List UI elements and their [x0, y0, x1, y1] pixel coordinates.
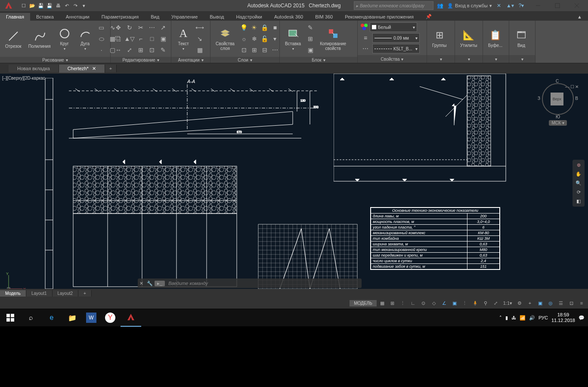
orbit-icon[interactable]: ⟳ — [577, 189, 581, 195]
sign-in[interactable]: 👤Вход в службы▾ — [447, 3, 492, 9]
copy-tool[interactable]: ⿻ — [113, 34, 124, 44]
layer-lock-icon[interactable]: 🔒 — [260, 22, 270, 33]
ribbon-tab-6[interactable]: Вывод — [204, 13, 230, 21]
rotate-tool[interactable]: ↻ — [124, 22, 135, 33]
otrack-icon[interactable]: ∠ — [439, 298, 449, 308]
gear-icon[interactable]: ⚙ — [515, 298, 524, 308]
linetype-dropdown[interactable]: K5LT_B...▾ — [372, 44, 420, 53]
qat-save[interactable]: 💾 — [37, 2, 45, 9]
scale-tool[interactable]: ⤢ — [124, 45, 135, 55]
customize-icon[interactable]: ≡ — [577, 298, 586, 308]
layout-tab-2[interactable]: Layout2 — [53, 290, 79, 297]
app-store-icon[interactable]: ▲▾ — [506, 1, 514, 10]
stretch-tool[interactable]: ↔ — [113, 45, 124, 55]
ribbon-tab-8[interactable]: Autodesk 360 — [268, 13, 309, 21]
showdir-icon[interactable]: ◧ — [576, 198, 581, 204]
new-tab-button[interactable]: + — [105, 65, 117, 72]
ribbon-tab-0[interactable]: Главная — [0, 13, 30, 21]
help-icon[interactable]: ?▾ — [517, 1, 526, 10]
scale-label[interactable]: 1:1▾ — [501, 298, 514, 308]
mirror-tool[interactable]: ▲▽ — [124, 34, 135, 44]
help-search[interactable]: ▸Введите ключевое слово/фразу — [354, 1, 433, 10]
ribbon-tab-5[interactable]: Управление — [165, 13, 204, 21]
edge-icon[interactable]: e — [41, 309, 62, 326]
fullnav-icon[interactable]: ⊚ — [577, 162, 581, 168]
ribbon-tab-1[interactable]: Вставка — [30, 13, 60, 21]
osnap-icon[interactable]: ◇ — [429, 298, 439, 308]
layer-bulb-icon[interactable]: 💡 — [239, 22, 249, 33]
layout-tab-0[interactable]: Модель — [0, 290, 26, 297]
ribbon-minimize-icon[interactable]: ▲ — [571, 13, 588, 21]
drawing-viewport[interactable]: [–][Сверху][2D-каркас А-А 130 200 670 — [0, 74, 588, 297]
cmd-close-icon[interactable]: ✕ — [138, 281, 145, 286]
yandex-icon[interactable]: Y — [100, 309, 121, 326]
arc-tool[interactable]: Дуга▾ — [76, 27, 95, 51]
insert-block[interactable]: Вставка▾ — [282, 27, 303, 51]
ribbon-tab-10[interactable]: Рекомендованные приложения — [339, 13, 420, 21]
layer-freeze-icon[interactable]: ☀ — [249, 22, 260, 33]
tray-clock[interactable]: 18:5911.12.2018 — [551, 312, 575, 323]
qat-redo[interactable]: ↷ — [71, 2, 79, 9]
autocad-taskbar-icon[interactable] — [121, 309, 141, 327]
qat-new[interactable]: ☐ — [20, 2, 28, 9]
close-tab-icon[interactable]: ✕ — [92, 66, 96, 71]
qat-saveas[interactable]: 💾 — [46, 2, 53, 9]
qat-undo[interactable]: ↶ — [63, 2, 71, 9]
layer-properties[interactable]: Свойства слоя — [213, 27, 237, 51]
view-button[interactable]: 🗔Вид — [512, 28, 531, 48]
move-tool[interactable]: ✥ — [113, 22, 124, 33]
text-tool[interactable]: АТекст▾ — [174, 27, 193, 51]
dyn-icon[interactable]: 🧍 — [470, 298, 480, 308]
fillet-tool[interactable]: ⌐ — [136, 34, 146, 44]
tray-wifi-icon[interactable]: 📶 — [520, 315, 526, 321]
minimize-button[interactable] — [528, 0, 548, 11]
layout-tab-1[interactable]: Layout1 — [26, 290, 53, 297]
viewport-label[interactable]: [–][Сверху][2D-каркас — [2, 76, 45, 80]
lineweight-dropdown[interactable]: 0.09 мм▾ — [372, 33, 420, 43]
tray-network-icon[interactable]: 🖧 — [511, 315, 516, 320]
ribbon-tab-3[interactable]: Параметризация — [96, 13, 145, 21]
match-properties[interactable]: Копирование свойств — [317, 27, 349, 51]
ribbon-tab-9[interactable]: BIM 360 — [309, 13, 339, 21]
cmd-wrench-icon[interactable]: 🔧 — [145, 281, 155, 286]
wcs-label[interactable]: МСК ▾ — [549, 120, 566, 126]
dim-tool[interactable]: ⟷ — [195, 22, 205, 33]
tray-volume-icon[interactable]: 🔊 — [529, 315, 535, 321]
color-dropdown[interactable]: Белый▾ — [370, 22, 417, 32]
ribbon-tab-4[interactable]: Вид — [145, 13, 165, 21]
group-button[interactable]: ⊞Группы — [430, 28, 449, 48]
close-button[interactable] — [567, 0, 586, 11]
add-layout-button[interactable]: + — [78, 290, 92, 297]
infocenter-icon[interactable]: 👥 — [436, 1, 445, 10]
viewcube[interactable]: — ☐ ✕ С Ю З В Верх МСК ▾ — [541, 78, 575, 130]
explorer-icon[interactable]: 📁 — [62, 309, 83, 326]
exchange-icon[interactable]: ✕ — [495, 1, 503, 10]
ortho-icon[interactable]: ∟ — [409, 298, 418, 308]
start-button[interactable] — [0, 309, 21, 326]
app-menu-button[interactable] — [0, 0, 17, 11]
command-line[interactable]: ✕ 🔧 ▸_ Введите команду — [138, 279, 362, 288]
trim-tool[interactable]: ✂ — [136, 22, 146, 33]
leader-tool[interactable]: ↘ — [195, 34, 205, 44]
pan-icon[interactable]: ✋ — [576, 171, 582, 177]
zoom-icon[interactable]: 🔍 — [576, 180, 582, 186]
polar-icon[interactable]: ⊙ — [419, 298, 428, 308]
rect-tool[interactable]: ▭ — [96, 22, 107, 33]
paste-button[interactable]: 📋Буфе... — [486, 28, 505, 48]
qat-open[interactable]: 📂 — [28, 2, 36, 9]
circle-tool[interactable]: Круг▾ — [55, 27, 74, 51]
vp-max-icon[interactable]: ☐ — [570, 84, 574, 89]
tray-up-icon[interactable]: ˄ — [499, 315, 502, 321]
qat-plot[interactable]: 🖶 — [54, 2, 62, 9]
word-icon[interactable]: W — [86, 313, 96, 323]
search-icon[interactable]: ⌕ — [21, 309, 41, 326]
vp-close-icon[interactable]: ✕ — [575, 84, 579, 89]
model-space-button[interactable]: МОДЕЛЬ — [350, 300, 376, 307]
ribbon-pin-icon[interactable]: 📌 — [420, 12, 438, 21]
polyline-tool[interactable]: Полилиния — [26, 29, 53, 49]
grid-icon[interactable]: ▦ — [378, 298, 387, 308]
array-tool[interactable]: ⊞ — [136, 45, 146, 55]
doc-tab-0[interactable]: Новая вкладка — [9, 65, 59, 72]
ellipse-tool[interactable]: ⬭ — [96, 34, 107, 44]
snap-icon[interactable]: ⊞ — [388, 298, 397, 308]
